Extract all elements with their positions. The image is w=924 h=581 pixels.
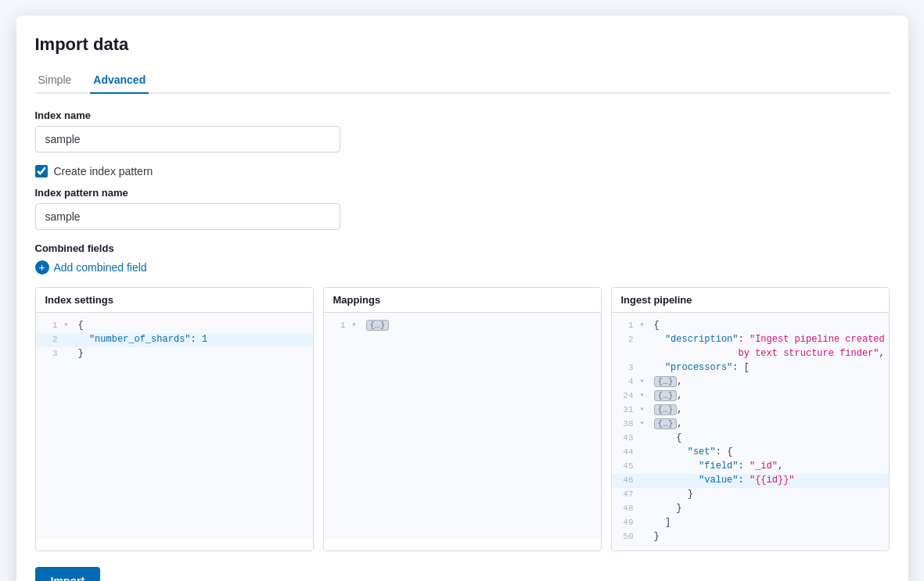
code-line: 38 ▾ {…},: [612, 418, 889, 432]
combined-fields-section: Combined fields + Add combined field: [35, 242, 890, 274]
collapsed-badge[interactable]: {…}: [654, 390, 678, 401]
code-line: 3 }: [36, 347, 313, 361]
ingest-pipeline-editor[interactable]: 1 ▾ { 2 "description": "Ingest pipeline …: [612, 313, 889, 551]
mappings-panel: Mappings 1 ▾ {…}: [323, 287, 602, 551]
code-line: 31 ▾ {…},: [612, 403, 889, 418]
collapsed-badge[interactable]: {…}: [654, 376, 678, 387]
code-line: 47 }: [612, 488, 889, 502]
collapsed-badge[interactable]: {…}: [366, 320, 390, 331]
editors-row: Index settings 1 ▾ { 2 "number_of_shards…: [35, 287, 890, 551]
create-index-pattern-checkbox[interactable]: [35, 165, 48, 178]
index-name-section: Index name: [35, 109, 890, 152]
mappings-editor[interactable]: 1 ▾ {…}: [324, 313, 601, 540]
import-modal: Import data Simple Advanced Index name C…: [16, 16, 908, 581]
code-line: 4 ▾ {…},: [612, 375, 889, 389]
code-line: 48 }: [612, 502, 889, 516]
code-line: by text structure finder",: [612, 347, 889, 361]
tabs-container: Simple Advanced: [35, 67, 890, 94]
code-line: 46 "value": "{{id}}": [612, 474, 889, 488]
code-line: 1 ▾ {: [36, 319, 313, 333]
collapsed-badge[interactable]: {…}: [654, 418, 678, 429]
create-index-pattern-label: Create index pattern: [54, 165, 153, 178]
index-pattern-name-input[interactable]: [35, 203, 340, 230]
add-combined-field-button[interactable]: + Add combined field: [35, 260, 147, 274]
code-line: 49 ]: [612, 516, 889, 530]
code-line: 44 "set": {: [612, 446, 889, 460]
code-line: 2 "description": "Ingest pipeline create…: [612, 333, 889, 347]
combined-fields-title: Combined fields: [35, 242, 890, 254]
index-settings-title: Index settings: [36, 288, 313, 313]
index-name-label: Index name: [35, 109, 890, 121]
tab-advanced[interactable]: Advanced: [90, 67, 149, 94]
index-pattern-name-section: Index pattern name: [35, 187, 890, 230]
mappings-title: Mappings: [324, 288, 601, 313]
code-line: 43 {: [612, 432, 889, 446]
modal-title: Import data: [35, 34, 890, 55]
index-name-input[interactable]: [35, 126, 340, 152]
code-line: 45 "field": "_id",: [612, 460, 889, 474]
tab-simple[interactable]: Simple: [35, 67, 75, 94]
ingest-pipeline-panel: Ingest pipeline 1 ▾ { 2 "description": "…: [611, 287, 890, 551]
ingest-pipeline-title: Ingest pipeline: [612, 288, 889, 313]
code-line: 3 "processors": [: [612, 361, 889, 375]
collapsed-badge[interactable]: {…}: [654, 404, 678, 415]
index-pattern-name-label: Index pattern name: [35, 187, 890, 199]
index-settings-editor[interactable]: 1 ▾ { 2 "number_of_shards": 1 3 }: [36, 313, 313, 540]
code-line: 24 ▾ {…},: [612, 389, 889, 403]
code-line: 1 ▾ {…}: [324, 319, 601, 333]
code-line: 50 }: [612, 530, 889, 544]
add-combined-field-label: Add combined field: [54, 261, 147, 274]
code-line: 1 ▾ {: [612, 319, 889, 333]
import-button[interactable]: Import: [35, 567, 101, 581]
index-settings-panel: Index settings 1 ▾ { 2 "number_of_shards…: [35, 287, 314, 551]
code-line: 2 "number_of_shards": 1: [36, 333, 313, 347]
create-index-pattern-row: Create index pattern: [35, 165, 890, 178]
plus-icon: +: [35, 260, 49, 274]
